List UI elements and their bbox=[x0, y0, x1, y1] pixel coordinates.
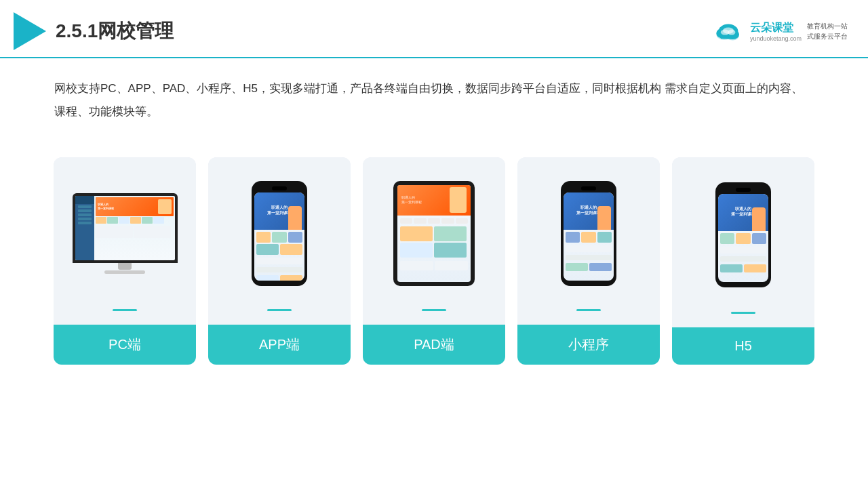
card-pad-image: 职通人的第一堂判课程 bbox=[363, 157, 505, 306]
h5-phone-icon: 职通人的第一堂判课程 bbox=[715, 182, 771, 287]
page-description: 网校支持PC、APP、PAD、小程序、H5，实现多端打通，产品各终端自由切换，数… bbox=[0, 58, 868, 130]
card-miniprogram: 职通人的第一堂判课程 bbox=[517, 157, 660, 365]
card-h5-label: H5 bbox=[672, 327, 814, 365]
brand-text-block: 云朵课堂 yunduoketang.com bbox=[750, 21, 802, 42]
brand-url: yunduoketang.com bbox=[750, 35, 802, 42]
card-pad-label: PAD端 bbox=[363, 325, 505, 365]
header-left: 2.5.1网校管理 bbox=[14, 12, 174, 50]
app-phone-icon: 职通人的第一堂判课程 bbox=[252, 181, 307, 286]
card-h5-image: 职通人的第一堂判课程 bbox=[672, 157, 814, 309]
cards-container: 职通人的第一堂判课程 bbox=[0, 137, 868, 385]
brand-name: 云朵课堂 bbox=[750, 21, 802, 35]
card-pc: 职通人的第一堂判课程 bbox=[54, 157, 196, 365]
svg-point-9 bbox=[723, 27, 734, 34]
description-text: 网校支持PC、APP、PAD、小程序、H5，实现多端打通，产品各终端自由切换，数… bbox=[54, 82, 803, 118]
card-app-label: APP端 bbox=[208, 325, 351, 365]
logo-triangle-icon bbox=[14, 12, 46, 50]
brand-logo bbox=[712, 20, 745, 43]
card-pc-image: 职通人的第一堂判课程 bbox=[54, 157, 196, 306]
card-pad: 职通人的第一堂判课程 bbox=[363, 157, 505, 365]
card-miniprogram-image: 职通人的第一堂判课程 bbox=[517, 157, 660, 306]
card-app: 职通人的第一堂判课程 bbox=[208, 157, 351, 365]
card-pc-label: PC端 bbox=[54, 325, 196, 365]
card-miniprogram-label: 小程序 bbox=[517, 325, 660, 365]
pc-monitor-icon: 职通人的第一堂判课程 bbox=[73, 193, 178, 274]
header-right: 云朵课堂 yunduoketang.com 教育机构一站 式服务云平台 bbox=[712, 20, 848, 43]
cloud-icon bbox=[712, 20, 745, 43]
pad-tablet-icon: 职通人的第一堂判课程 bbox=[393, 181, 475, 286]
page-title: 2.5.1网校管理 bbox=[56, 18, 174, 44]
miniprogram-phone-icon: 职通人的第一堂判课程 bbox=[561, 181, 616, 286]
card-app-image: 职通人的第一堂判课程 bbox=[208, 157, 351, 306]
header: 2.5.1网校管理 云朵课堂 yunduoketang.com 教育机构一站 bbox=[0, 0, 868, 58]
card-h5: 职通人的第一堂判课程 bbox=[672, 157, 814, 365]
svg-rect-6 bbox=[721, 35, 736, 39]
brand-slogan: 教育机构一站 式服务云平台 bbox=[807, 21, 848, 41]
